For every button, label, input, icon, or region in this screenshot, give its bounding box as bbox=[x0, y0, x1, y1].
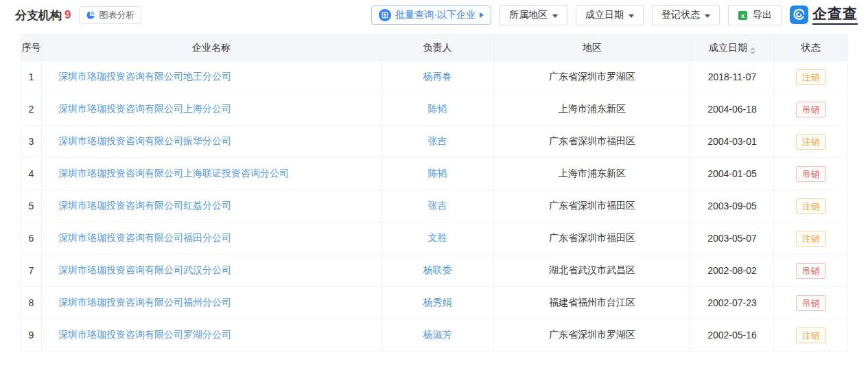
table-row: 4 深圳市珞珈投资咨询有限公司上海联证投资咨询分公司 陈韬 上海市浦东新区 20… bbox=[21, 158, 848, 190]
qichacha-logo[interactable]: 企查查 bbox=[790, 5, 858, 24]
region-cell: 福建省福州市台江区 bbox=[494, 287, 691, 319]
col-header-date-label: 成立日期 bbox=[709, 42, 747, 53]
person-link[interactable]: 陈韬 bbox=[428, 168, 447, 179]
filter-status-button[interactable]: 登记状态 bbox=[652, 5, 720, 25]
chart-analysis-button[interactable]: 图表分析 bbox=[79, 6, 141, 24]
date-cell: 2004-01-05 bbox=[691, 158, 774, 190]
row-index: 1 bbox=[21, 61, 42, 93]
col-header-company: 企业名称 bbox=[42, 35, 382, 61]
row-index: 7 bbox=[21, 255, 42, 287]
region-cell: 广东省深圳市罗湖区 bbox=[494, 61, 691, 93]
status-badge: 注销 bbox=[796, 69, 826, 85]
person-link[interactable]: 杨秀娟 bbox=[423, 297, 452, 308]
table-row: 5 深圳市珞珈投资咨询有限公司红荔分公司 张吉 广东省深圳市福田区 2003-0… bbox=[21, 190, 848, 222]
person-link[interactable]: 陈韬 bbox=[428, 103, 447, 114]
region-cell: 广东省深圳市罗湖区 bbox=[494, 319, 691, 352]
person-link[interactable]: 文胜 bbox=[428, 232, 447, 243]
company-link[interactable]: 深圳市珞珈投资咨询有限公司武汉分公司 bbox=[58, 264, 231, 275]
region-cell: 湖北省武汉市武昌区 bbox=[494, 255, 691, 287]
date-cell: 2002-08-02 bbox=[691, 255, 774, 287]
company-link[interactable]: 深圳市珞珈投资咨询有限公司振华分公司 bbox=[58, 135, 231, 146]
company-link[interactable]: 深圳市珞珈投资咨询有限公司福州分公司 bbox=[58, 297, 231, 308]
row-index: 8 bbox=[21, 287, 42, 319]
col-header-region: 地区 bbox=[494, 35, 691, 61]
person-link[interactable]: 张吉 bbox=[428, 135, 447, 146]
table-row: 7 深圳市珞珈投资咨询有限公司武汉分公司 杨联委 湖北省武汉市武昌区 2002-… bbox=[21, 255, 848, 287]
company-link[interactable]: 深圳市珞珈投资咨询有限公司罗湖分公司 bbox=[58, 329, 231, 340]
status-badge: 吊销 bbox=[796, 166, 826, 182]
row-index: 9 bbox=[21, 319, 42, 352]
filter-status-label: 登记状态 bbox=[661, 9, 700, 21]
row-index: 5 bbox=[21, 190, 42, 222]
toolbar: 分支机构 9 图表分析 批量查询·以下企业 bbox=[0, 0, 868, 26]
branches-table: 序号 企业名称 负责人 地区 成立日期 状态 1 深圳市珞珈投资咨询有限公司地王… bbox=[21, 34, 848, 352]
region-cell: 广东省深圳市福田区 bbox=[494, 126, 691, 158]
batch-query-label: 批量查询·以下企业 bbox=[395, 9, 476, 21]
table-row: 1 深圳市珞珈投资咨询有限公司地王分公司 杨再春 广东省深圳市罗湖区 2018-… bbox=[21, 61, 848, 93]
company-link[interactable]: 深圳市珞珈投资咨询有限公司上海联证投资咨询分公司 bbox=[58, 168, 289, 179]
table-row: 3 深圳市珞珈投资咨询有限公司振华分公司 张吉 广东省深圳市福田区 2004-0… bbox=[21, 126, 848, 158]
filter-date-button[interactable]: 成立日期 bbox=[576, 5, 644, 25]
person-link[interactable]: 杨再春 bbox=[423, 71, 452, 82]
row-index: 4 bbox=[21, 158, 42, 190]
table-row: 2 深圳市珞珈投资咨询有限公司上海分公司 陈韬 上海市浦东新区 2004-06-… bbox=[21, 93, 848, 126]
company-link[interactable]: 深圳市珞珈投资咨询有限公司上海分公司 bbox=[58, 103, 231, 114]
table-row: 8 深圳市珞珈投资咨询有限公司福州分公司 杨秀娟 福建省福州市台江区 2002-… bbox=[21, 287, 848, 319]
status-badge: 吊销 bbox=[796, 263, 826, 279]
row-index: 6 bbox=[21, 222, 42, 255]
filter-date-label: 成立日期 bbox=[585, 9, 624, 21]
export-button[interactable]: x 导出 bbox=[728, 5, 782, 25]
pie-chart-icon bbox=[86, 10, 95, 20]
date-cell: 2002-07-23 bbox=[691, 287, 774, 319]
date-cell: 2003-05-07 bbox=[691, 222, 774, 255]
company-link[interactable]: 深圳市珞珈投资咨询有限公司福田分公司 bbox=[58, 232, 231, 243]
region-cell: 上海市浦东新区 bbox=[494, 158, 691, 190]
status-badge: 注销 bbox=[796, 231, 826, 246]
date-cell: 2004-06-18 bbox=[691, 93, 774, 126]
svg-text:x: x bbox=[741, 12, 745, 19]
status-badge: 吊销 bbox=[796, 295, 826, 311]
branch-count: 9 bbox=[64, 8, 71, 22]
export-label: 导出 bbox=[753, 9, 772, 21]
col-header-no: 序号 bbox=[21, 35, 42, 61]
filter-region-button[interactable]: 所属地区 bbox=[500, 5, 567, 25]
qichacha-wordmark: 企查查 bbox=[812, 5, 858, 24]
person-link[interactable]: 张吉 bbox=[428, 200, 447, 211]
status-badge: 注销 bbox=[796, 198, 826, 214]
play-icon bbox=[480, 12, 484, 18]
region-cell: 广东省深圳市福田区 bbox=[494, 190, 691, 222]
company-link[interactable]: 深圳市珞珈投资咨询有限公司地王分公司 bbox=[58, 71, 231, 82]
batch-query-icon bbox=[379, 9, 391, 21]
chevron-down-icon bbox=[705, 14, 710, 18]
status-badge: 注销 bbox=[796, 134, 826, 150]
date-cell: 2003-09-05 bbox=[691, 190, 774, 222]
table-header-row: 序号 企业名称 负责人 地区 成立日期 状态 bbox=[21, 35, 848, 61]
region-cell: 广东省深圳市福田区 bbox=[494, 222, 691, 255]
person-link[interactable]: 杨联委 bbox=[423, 264, 452, 275]
col-header-date-sort[interactable]: 成立日期 bbox=[691, 35, 774, 61]
date-cell: 2018-11-07 bbox=[691, 61, 774, 93]
person-link[interactable]: 杨淑芳 bbox=[423, 329, 452, 340]
sort-icon bbox=[750, 47, 755, 54]
qichacha-logo-icon bbox=[790, 5, 808, 24]
company-link[interactable]: 深圳市珞珈投资咨询有限公司红荔分公司 bbox=[58, 200, 231, 211]
region-cell: 上海市浦东新区 bbox=[494, 93, 691, 126]
chevron-down-icon bbox=[629, 14, 634, 18]
date-cell: 2002-05-16 bbox=[691, 319, 774, 352]
chevron-down-icon bbox=[552, 14, 558, 18]
chart-analysis-label: 图表分析 bbox=[99, 9, 134, 21]
row-index: 2 bbox=[21, 93, 42, 126]
table-row: 6 深圳市珞珈投资咨询有限公司福田分公司 文胜 广东省深圳市福田区 2003-0… bbox=[21, 222, 848, 255]
col-header-person: 负责人 bbox=[382, 35, 494, 61]
col-header-status: 状态 bbox=[774, 35, 848, 61]
table-row: 9 深圳市珞珈投资咨询有限公司罗湖分公司 杨淑芳 广东省深圳市罗湖区 2002-… bbox=[21, 319, 848, 352]
excel-icon: x bbox=[738, 10, 748, 21]
filter-region-label: 所属地区 bbox=[509, 9, 548, 21]
batch-query-button[interactable]: 批量查询·以下企业 bbox=[371, 5, 491, 25]
row-index: 3 bbox=[21, 126, 42, 158]
status-badge: 注销 bbox=[796, 327, 826, 343]
page-title: 分支机构 bbox=[15, 8, 62, 23]
date-cell: 2004-03-01 bbox=[691, 126, 774, 158]
status-badge: 吊销 bbox=[796, 102, 826, 117]
